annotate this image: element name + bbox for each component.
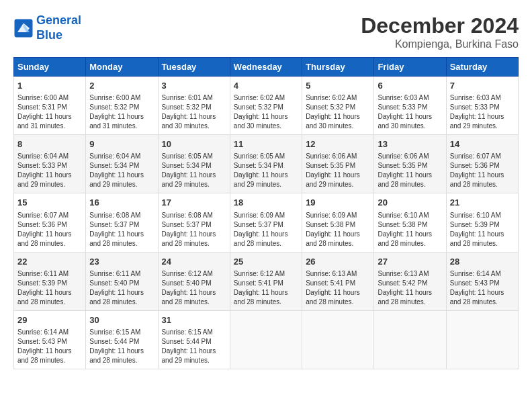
calendar-cell: 11Sunrise: 6:05 AM Sunset: 5:34 PM Dayli…: [230, 135, 302, 193]
logo-line2: Blue: [36, 28, 62, 42]
calendar-cell: 13Sunrise: 6:06 AM Sunset: 5:35 PM Dayli…: [374, 135, 446, 193]
calendar-cell: 26Sunrise: 6:13 AM Sunset: 5:41 PM Dayli…: [302, 252, 374, 310]
calendar-cell: 3Sunrise: 6:01 AM Sunset: 5:32 PM Daylig…: [158, 77, 230, 135]
day-number: 17: [162, 197, 226, 209]
calendar-cell: [446, 310, 518, 369]
day-number: 18: [234, 197, 298, 209]
day-info: Sunrise: 6:05 AM Sunset: 5:34 PM Dayligh…: [234, 152, 298, 189]
calendar-cell: 5Sunrise: 6:02 AM Sunset: 5:32 PM Daylig…: [302, 77, 374, 135]
calendar-cell: 30Sunrise: 6:15 AM Sunset: 5:44 PM Dayli…: [86, 310, 158, 369]
logo: General Blue: [13, 13, 81, 42]
day-number: 4: [234, 80, 298, 92]
calendar-cell: 31Sunrise: 6:15 AM Sunset: 5:44 PM Dayli…: [158, 310, 230, 369]
day-info: Sunrise: 6:15 AM Sunset: 5:44 PM Dayligh…: [162, 328, 226, 365]
day-info: Sunrise: 6:08 AM Sunset: 5:37 PM Dayligh…: [89, 211, 154, 248]
calendar-cell: 14Sunrise: 6:07 AM Sunset: 5:36 PM Dayli…: [446, 135, 518, 193]
day-of-week-header: Friday: [374, 58, 446, 77]
day-info: Sunrise: 6:08 AM Sunset: 5:37 PM Dayligh…: [162, 211, 226, 248]
day-number: 1: [17, 80, 82, 92]
day-number: 23: [89, 256, 154, 268]
day-of-week-header: Sunday: [14, 58, 86, 77]
day-info: Sunrise: 6:13 AM Sunset: 5:41 PM Dayligh…: [306, 269, 370, 307]
day-number: 20: [378, 197, 442, 209]
day-info: Sunrise: 6:05 AM Sunset: 5:34 PM Dayligh…: [162, 152, 226, 189]
day-info: Sunrise: 6:09 AM Sunset: 5:37 PM Dayligh…: [234, 211, 298, 248]
day-number: 9: [89, 138, 154, 150]
day-number: 2: [89, 80, 154, 92]
day-info: Sunrise: 6:09 AM Sunset: 5:38 PM Dayligh…: [306, 211, 370, 248]
day-info: Sunrise: 6:12 AM Sunset: 5:40 PM Dayligh…: [162, 269, 226, 307]
day-info: Sunrise: 6:11 AM Sunset: 5:39 PM Dayligh…: [17, 269, 82, 307]
calendar-cell: [302, 310, 374, 369]
day-number: 8: [17, 138, 82, 150]
day-info: Sunrise: 6:14 AM Sunset: 5:43 PM Dayligh…: [17, 328, 82, 365]
day-info: Sunrise: 6:10 AM Sunset: 5:39 PM Dayligh…: [450, 211, 515, 248]
calendar-cell: 28Sunrise: 6:14 AM Sunset: 5:43 PM Dayli…: [446, 252, 518, 310]
day-info: Sunrise: 6:02 AM Sunset: 5:32 PM Dayligh…: [234, 93, 298, 131]
logo-line1: General: [36, 13, 81, 27]
day-number: 11: [234, 138, 298, 150]
calendar-cell: [374, 310, 446, 369]
calendar-cell: 19Sunrise: 6:09 AM Sunset: 5:38 PM Dayli…: [302, 193, 374, 252]
day-number: 30: [89, 314, 154, 326]
calendar-cell: 20Sunrise: 6:10 AM Sunset: 5:38 PM Dayli…: [374, 193, 446, 252]
day-number: 22: [17, 256, 82, 268]
calendar-cell: 24Sunrise: 6:12 AM Sunset: 5:40 PM Dayli…: [158, 252, 230, 310]
day-info: Sunrise: 6:14 AM Sunset: 5:43 PM Dayligh…: [450, 269, 515, 307]
day-number: 26: [306, 256, 370, 268]
calendar-cell: 15Sunrise: 6:07 AM Sunset: 5:36 PM Dayli…: [14, 193, 86, 252]
calendar-week-row: 22Sunrise: 6:11 AM Sunset: 5:39 PM Dayli…: [14, 252, 519, 310]
calendar-week-row: 15Sunrise: 6:07 AM Sunset: 5:36 PM Dayli…: [14, 193, 519, 252]
calendar-cell: 12Sunrise: 6:06 AM Sunset: 5:35 PM Dayli…: [302, 135, 374, 193]
day-number: 7: [450, 80, 515, 92]
calendar-cell: 27Sunrise: 6:13 AM Sunset: 5:42 PM Dayli…: [374, 252, 446, 310]
day-number: 6: [378, 80, 442, 92]
calendar-table: SundayMondayTuesdayWednesdayThursdayFrid…: [13, 57, 519, 369]
day-info: Sunrise: 6:11 AM Sunset: 5:40 PM Dayligh…: [89, 269, 154, 307]
title-block: December 2024 Kompienga, Burkina Faso: [361, 13, 519, 50]
day-info: Sunrise: 6:04 AM Sunset: 5:33 PM Dayligh…: [17, 152, 82, 189]
calendar-cell: 25Sunrise: 6:12 AM Sunset: 5:41 PM Dayli…: [230, 252, 302, 310]
day-info: Sunrise: 6:00 AM Sunset: 5:32 PM Dayligh…: [89, 93, 154, 131]
day-info: Sunrise: 6:12 AM Sunset: 5:41 PM Dayligh…: [234, 269, 298, 307]
calendar-cell: [230, 310, 302, 369]
calendar-cell: 29Sunrise: 6:14 AM Sunset: 5:43 PM Dayli…: [14, 310, 86, 369]
calendar-cell: 7Sunrise: 6:03 AM Sunset: 5:33 PM Daylig…: [446, 77, 518, 135]
day-number: 28: [450, 256, 515, 268]
calendar-cell: 17Sunrise: 6:08 AM Sunset: 5:37 PM Dayli…: [158, 193, 230, 252]
calendar-cell: 22Sunrise: 6:11 AM Sunset: 5:39 PM Dayli…: [14, 252, 86, 310]
calendar-week-row: 1Sunrise: 6:00 AM Sunset: 5:31 PM Daylig…: [14, 77, 519, 135]
calendar-cell: 18Sunrise: 6:09 AM Sunset: 5:37 PM Dayli…: [230, 193, 302, 252]
day-number: 3: [162, 80, 226, 92]
calendar-cell: 6Sunrise: 6:03 AM Sunset: 5:33 PM Daylig…: [374, 77, 446, 135]
day-of-week-header: Tuesday: [158, 58, 230, 77]
calendar-cell: 4Sunrise: 6:02 AM Sunset: 5:32 PM Daylig…: [230, 77, 302, 135]
day-info: Sunrise: 6:03 AM Sunset: 5:33 PM Dayligh…: [450, 93, 515, 131]
day-of-week-header: Saturday: [446, 58, 518, 77]
day-number: 13: [378, 138, 442, 150]
day-number: 25: [234, 256, 298, 268]
day-info: Sunrise: 6:02 AM Sunset: 5:32 PM Dayligh…: [306, 93, 370, 131]
day-info: Sunrise: 6:07 AM Sunset: 5:36 PM Dayligh…: [17, 211, 82, 248]
calendar-cell: 10Sunrise: 6:05 AM Sunset: 5:34 PM Dayli…: [158, 135, 230, 193]
calendar-cell: 21Sunrise: 6:10 AM Sunset: 5:39 PM Dayli…: [446, 193, 518, 252]
day-number: 31: [162, 314, 226, 326]
calendar-cell: 8Sunrise: 6:04 AM Sunset: 5:33 PM Daylig…: [14, 135, 86, 193]
calendar-header-row: SundayMondayTuesdayWednesdayThursdayFrid…: [14, 58, 519, 77]
day-number: 15: [17, 197, 82, 209]
day-info: Sunrise: 6:10 AM Sunset: 5:38 PM Dayligh…: [378, 211, 442, 248]
day-number: 14: [450, 138, 515, 150]
calendar-week-row: 8Sunrise: 6:04 AM Sunset: 5:33 PM Daylig…: [14, 135, 519, 193]
day-number: 27: [378, 256, 442, 268]
day-number: 19: [306, 197, 370, 209]
day-number: 21: [450, 197, 515, 209]
calendar-cell: 2Sunrise: 6:00 AM Sunset: 5:32 PM Daylig…: [86, 77, 158, 135]
day-of-week-header: Monday: [86, 58, 158, 77]
logo-text: General Blue: [36, 13, 81, 42]
calendar-cell: 23Sunrise: 6:11 AM Sunset: 5:40 PM Dayli…: [86, 252, 158, 310]
day-number: 29: [17, 314, 82, 326]
logo-icon: [13, 18, 34, 38]
day-info: Sunrise: 6:06 AM Sunset: 5:35 PM Dayligh…: [306, 152, 370, 189]
location: Kompienga, Burkina Faso: [361, 38, 519, 50]
day-number: 16: [89, 197, 154, 209]
